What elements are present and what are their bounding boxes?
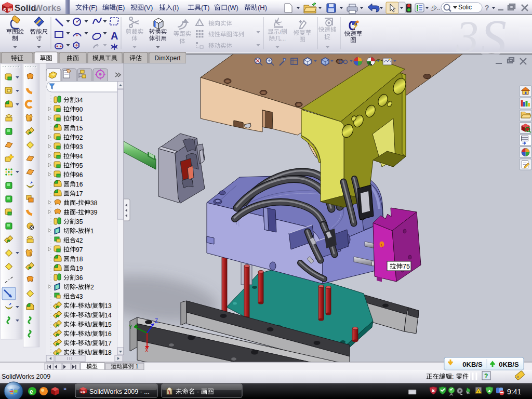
svg-text:(H): (H) (258, 4, 267, 11)
svg-text:-: - (76, 302, 78, 310)
svg-text:43: 43 (76, 293, 83, 300)
svg-text:?: ? (484, 373, 488, 380)
svg-text:-: - (76, 209, 78, 216)
svg-text:-: - (76, 228, 78, 235)
svg-text:17: 17 (104, 340, 112, 347)
svg-text:SW: SW (81, 390, 86, 393)
svg-text:...: ... (281, 35, 286, 42)
svg-text:18: 18 (76, 256, 83, 263)
svg-text:36: 36 (76, 274, 83, 282)
svg-text:19: 19 (76, 265, 83, 272)
svg-text:15: 15 (76, 125, 83, 132)
svg-text:(W): (W) (228, 4, 238, 11)
svg-text:(V): (V) (144, 4, 153, 11)
svg-text:39: 39 (90, 209, 98, 216)
svg-text:9:41: 9:41 (507, 388, 521, 396)
svg-text:96: 96 (76, 171, 83, 179)
svg-text:15: 15 (104, 321, 112, 328)
svg-text:42: 42 (76, 237, 83, 244)
svg-text:Z: Z (155, 318, 158, 324)
svg-text:-: - (195, 388, 201, 395)
svg-text:少..: 少.. (431, 5, 440, 11)
svg-text:e: e (30, 388, 33, 395)
svg-text:93: 93 (76, 143, 83, 151)
svg-text:38: 38 (90, 200, 98, 207)
svg-text:SolidWorks 2009: SolidWorks 2009 (2, 373, 50, 380)
svg-text:!: ! (198, 21, 199, 26)
svg-text:(I): (I) (172, 4, 179, 11)
svg-text:(E): (E) (116, 4, 125, 11)
svg-text:-: - (76, 312, 78, 319)
svg-text:16: 16 (104, 330, 112, 338)
svg-text:-: - (76, 330, 78, 338)
svg-text:!: ! (477, 390, 479, 394)
svg-text:13: 13 (104, 302, 112, 310)
svg-text:DimXpert: DimXpert (155, 55, 181, 62)
svg-text:(F): (F) (89, 4, 98, 11)
svg-text:W: W (8, 7, 12, 12)
svg-text:Solid: Solid (15, 3, 36, 13)
svg-text:16: 16 (76, 181, 83, 188)
svg-text:»: » (63, 385, 66, 392)
svg-text:34: 34 (76, 97, 83, 104)
svg-text:91: 91 (76, 115, 83, 123)
svg-text:92: 92 (76, 134, 83, 141)
svg-text:(T): (T) (201, 4, 210, 11)
svg-text::: : (452, 373, 456, 380)
svg-text:SolidWorks 2009 - ...: SolidWorks 2009 - ... (89, 388, 150, 395)
svg-text:-: - (76, 321, 78, 328)
svg-text:90: 90 (76, 106, 83, 113)
svg-text:Solic: Solic (458, 4, 472, 11)
svg-text:0KB/S: 0KB/S (499, 361, 519, 368)
svg-text:94: 94 (76, 153, 83, 160)
svg-text:Y: Y (129, 324, 132, 330)
svg-text:95: 95 (76, 162, 83, 169)
svg-text:35: 35 (76, 218, 83, 225)
svg-text:97: 97 (76, 246, 83, 254)
svg-text:S: S (3, 7, 6, 12)
svg-text:-: - (76, 200, 78, 207)
svg-text:1: 1 (134, 363, 138, 369)
svg-text:A: A (111, 30, 118, 42)
svg-text:0KB/S: 0KB/S (462, 361, 483, 368)
svg-text:14: 14 (104, 312, 112, 319)
svg-text:1: 1 (90, 228, 94, 235)
svg-text:17: 17 (76, 190, 83, 197)
svg-text:Works: Works (34, 3, 61, 13)
svg-text:X: X (145, 348, 149, 353)
svg-text:-: - (76, 340, 78, 347)
svg-text:2: 2 (90, 284, 94, 291)
svg-text:-: - (76, 284, 78, 291)
svg-text:75: 75 (403, 263, 410, 270)
